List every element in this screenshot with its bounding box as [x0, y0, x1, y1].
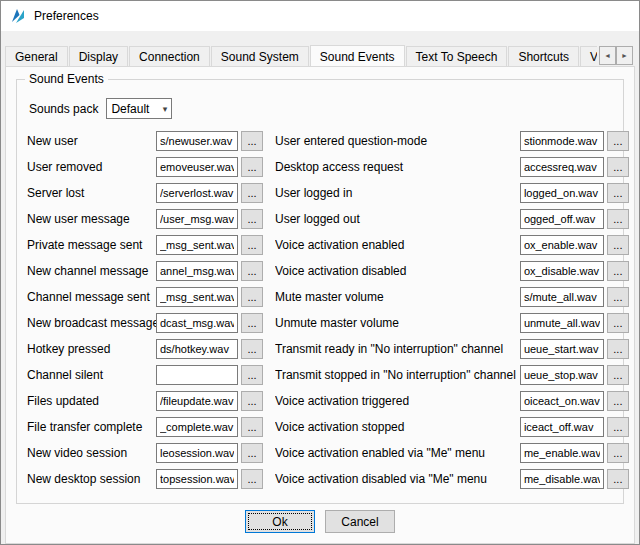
sound-event-label: Unmute master volume — [275, 316, 520, 330]
sound-file-input[interactable] — [156, 131, 238, 151]
sound-file-input[interactable] — [156, 183, 238, 203]
sound-event-row: Voice activation stopped ... — [275, 417, 629, 437]
browse-button[interactable]: ... — [607, 157, 629, 177]
sound-file-input[interactable] — [520, 261, 604, 281]
browse-button[interactable]: ... — [241, 287, 263, 307]
sound-file-input[interactable] — [520, 417, 604, 437]
browse-button[interactable]: ... — [607, 209, 629, 229]
browse-button[interactable]: ... — [607, 443, 629, 463]
browse-button[interactable]: ... — [241, 417, 263, 437]
sound-file-input[interactable] — [156, 391, 238, 411]
tab-page-sound-events: Sound Events Sounds pack Default ▾ New u… — [5, 66, 635, 544]
browse-button[interactable]: ... — [607, 469, 629, 489]
browse-button[interactable]: ... — [607, 339, 629, 359]
sound-event-label: User entered question-mode — [275, 134, 520, 148]
tab-sound-events[interactable]: Sound Events — [310, 45, 405, 66]
sound-file-input[interactable] — [156, 209, 238, 229]
browse-button[interactable]: ... — [607, 235, 629, 255]
sound-event-row: User entered question-mode ... — [275, 131, 629, 151]
tab-sound-system[interactable]: Sound System — [211, 46, 309, 66]
sounds-pack-label: Sounds pack — [29, 102, 98, 116]
browse-button[interactable]: ... — [241, 261, 263, 281]
sound-file-input[interactable] — [156, 157, 238, 177]
sound-file-input[interactable] — [520, 131, 604, 151]
browse-button[interactable]: ... — [241, 183, 263, 203]
sound-event-row: Voice activation triggered ... — [275, 391, 629, 411]
browse-button[interactable]: ... — [241, 443, 263, 463]
browse-button[interactable]: ... — [241, 469, 263, 489]
sound-file-input[interactable] — [156, 339, 238, 359]
browse-button[interactable]: ... — [241, 131, 263, 151]
sound-file-input[interactable] — [520, 209, 604, 229]
browse-button[interactable]: ... — [241, 235, 263, 255]
tab-shortcuts[interactable]: Shortcuts — [508, 46, 579, 66]
sound-event-label: Hotkey pressed — [27, 342, 156, 356]
sound-file-input[interactable] — [156, 365, 238, 385]
browse-button[interactable]: ... — [607, 365, 629, 385]
sound-file-input[interactable] — [156, 235, 238, 255]
sound-event-label: Mute master volume — [275, 290, 520, 304]
sound-event-label: Voice activation triggered — [275, 394, 520, 408]
browse-button[interactable]: ... — [241, 365, 263, 385]
sound-event-row: New user message ... — [27, 209, 263, 229]
browse-button[interactable]: ... — [241, 157, 263, 177]
browse-button[interactable]: ... — [241, 313, 263, 333]
tab-connection[interactable]: Connection — [129, 46, 210, 66]
browse-button[interactable]: ... — [241, 391, 263, 411]
tab-general[interactable]: General — [5, 46, 68, 66]
sound-event-row: Voice activation enabled via "Me" menu .… — [275, 443, 629, 463]
browse-button[interactable]: ... — [607, 183, 629, 203]
browse-button[interactable]: ... — [607, 313, 629, 333]
sound-event-row: Channel silent ... — [27, 365, 263, 385]
sound-file-input[interactable] — [520, 339, 604, 359]
sound-event-label: Private message sent — [27, 238, 156, 252]
sound-event-label: User logged out — [275, 212, 520, 226]
tab-display[interactable]: Display — [69, 46, 128, 66]
sound-file-input[interactable] — [156, 417, 238, 437]
browse-button[interactable]: ... — [241, 209, 263, 229]
tab-video[interactable]: Video — [580, 46, 597, 66]
groupbox-title: Sound Events — [25, 72, 108, 86]
sound-file-input[interactable] — [156, 287, 238, 307]
browse-button[interactable]: ... — [607, 261, 629, 281]
titlebar: Preferences — [1, 1, 639, 31]
tab-scroll-right-button[interactable]: ► — [616, 46, 633, 65]
sound-file-input[interactable] — [156, 261, 238, 281]
browse-button[interactable]: ... — [241, 339, 263, 359]
sound-file-input[interactable] — [156, 313, 238, 333]
preferences-window: Preferences GeneralDisplayConnectionSoun… — [0, 0, 640, 545]
sound-file-input[interactable] — [520, 235, 604, 255]
sound-file-input[interactable] — [156, 443, 238, 463]
tab-scroll-left-button[interactable]: ◄ — [599, 46, 616, 65]
sounds-pack-selected-value: Default — [111, 102, 149, 116]
sound-file-input[interactable] — [520, 391, 604, 411]
browse-button[interactable]: ... — [607, 287, 629, 307]
sound-event-row: Transmit stopped in "No interruption" ch… — [275, 365, 629, 385]
sound-event-label: Voice activation stopped — [275, 420, 520, 434]
sound-event-label: Channel message sent — [27, 290, 156, 304]
browse-button[interactable]: ... — [607, 417, 629, 437]
sound-event-row: Files updated ... — [27, 391, 263, 411]
sound-file-input[interactable] — [520, 183, 604, 203]
ok-button[interactable]: Ok — [245, 510, 315, 533]
sound-event-label: Voice activation enabled via "Me" menu — [275, 446, 520, 460]
sound-event-label: New broadcast message — [27, 316, 156, 330]
sound-events-left-column: New user ... User removed ... Server los… — [27, 131, 263, 495]
browse-button[interactable]: ... — [607, 391, 629, 411]
sound-file-input[interactable] — [520, 313, 604, 333]
browse-button[interactable]: ... — [607, 131, 629, 151]
cancel-button[interactable]: Cancel — [325, 510, 395, 533]
sound-event-label: New channel message — [27, 264, 156, 278]
sound-file-input[interactable] — [520, 469, 604, 489]
sounds-pack-select[interactable]: Default ▾ — [106, 98, 172, 119]
sound-file-input[interactable] — [520, 157, 604, 177]
sound-event-row: Transmit ready in "No interruption" chan… — [275, 339, 629, 359]
sound-file-input[interactable] — [156, 469, 238, 489]
sound-file-input[interactable] — [520, 365, 604, 385]
sound-event-label: Files updated — [27, 394, 156, 408]
sound-file-input[interactable] — [520, 287, 604, 307]
sound-event-label: User removed — [27, 160, 156, 174]
sound-file-input[interactable] — [520, 443, 604, 463]
tab-text-to-speech[interactable]: Text To Speech — [406, 46, 508, 66]
sound-event-label: New video session — [27, 446, 156, 460]
